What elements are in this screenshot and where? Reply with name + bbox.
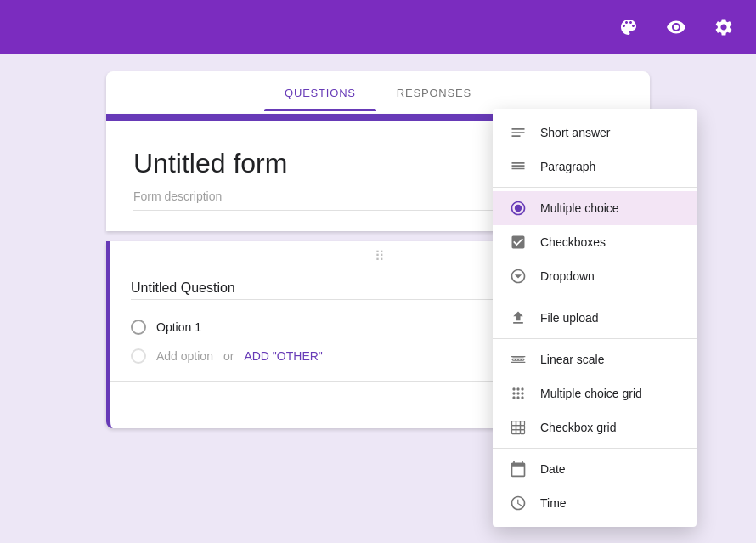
divider-3 [493, 338, 697, 339]
divider-2 [493, 297, 697, 297]
tab-responses[interactable]: RESPONSES [376, 75, 492, 111]
paragraph-label: Paragraph [540, 160, 595, 173]
svg-rect-18 [521, 430, 525, 434]
time-label: Time [540, 496, 567, 510]
checkboxes-label: Checkboxes [540, 235, 606, 249]
settings-icon[interactable] [708, 12, 739, 42]
checkbox-grid-icon [510, 419, 527, 436]
multiple-choice-grid-icon [510, 385, 527, 402]
tab-questions[interactable]: QUESTIONS [264, 75, 376, 111]
menu-item-checkboxes[interactable]: Checkboxes [493, 225, 697, 259]
svg-point-4 [512, 392, 515, 394]
option-1-label: Option 1 [156, 320, 201, 334]
file-upload-icon [510, 309, 527, 326]
menu-item-paragraph[interactable]: Paragraph [493, 150, 697, 184]
paragraph-icon [510, 158, 527, 175]
svg-rect-15 [521, 426, 525, 430]
preview-icon[interactable] [661, 12, 691, 42]
short-answer-label: Short answer [540, 126, 610, 139]
linear-scale-label: Linear scale [540, 353, 605, 366]
multiple-choice-icon [510, 200, 527, 217]
svg-point-9 [521, 396, 523, 399]
menu-item-file-upload[interactable]: File upload [493, 301, 697, 335]
header [0, 0, 756, 54]
svg-point-3 [521, 387, 523, 390]
palette-icon[interactable] [613, 12, 644, 42]
add-option-text[interactable]: Add option [156, 349, 213, 363]
file-upload-label: File upload [540, 311, 599, 325]
checkbox-grid-label: Checkbox grid [540, 421, 617, 434]
svg-rect-13 [512, 426, 516, 430]
add-option-or: or [223, 349, 234, 363]
svg-point-1 [512, 387, 515, 390]
tabs-card: QUESTIONS RESPONSES [106, 71, 650, 114]
svg-point-6 [521, 392, 523, 394]
date-icon [510, 461, 527, 478]
svg-point-7 [512, 396, 515, 399]
divider-4 [493, 448, 697, 449]
svg-rect-14 [516, 426, 521, 430]
radio-circle [131, 320, 146, 335]
multiple-choice-grid-label: Multiple choice grid [540, 387, 642, 400]
svg-rect-17 [516, 430, 521, 434]
svg-point-8 [516, 396, 519, 399]
time-icon [510, 495, 527, 512]
date-label: Date [540, 462, 566, 476]
dropdown-menu: Short answer Paragraph Multiple choice [493, 109, 697, 527]
menu-item-date[interactable]: Date [493, 452, 697, 486]
menu-item-multiple-choice-grid[interactable]: Multiple choice grid [493, 376, 697, 410]
divider-1 [493, 187, 697, 188]
checkboxes-icon [510, 234, 527, 251]
dropdown-icon [510, 268, 527, 285]
add-other-link[interactable]: ADD "OTHER" [244, 349, 322, 363]
menu-item-dropdown[interactable]: Dropdown [493, 259, 697, 293]
svg-point-5 [516, 392, 519, 394]
menu-item-time[interactable]: Time [493, 486, 697, 520]
svg-rect-10 [512, 421, 516, 426]
svg-rect-16 [512, 430, 516, 434]
multiple-choice-label: Multiple choice [540, 201, 619, 215]
menu-item-short-answer[interactable]: Short answer [493, 116, 697, 150]
menu-item-checkbox-grid[interactable]: Checkbox grid [493, 410, 697, 444]
menu-item-linear-scale[interactable]: Linear scale [493, 342, 697, 376]
linear-scale-icon [510, 351, 527, 368]
dropdown-label: Dropdown [540, 269, 595, 283]
short-answer-icon [510, 124, 527, 141]
svg-rect-11 [516, 421, 521, 426]
svg-point-2 [516, 387, 519, 390]
add-option-radio [131, 348, 146, 364]
main-area: QUESTIONS RESPONSES Untitled form Form d… [0, 54, 756, 543]
menu-item-multiple-choice[interactable]: Multiple choice [493, 191, 697, 225]
svg-rect-12 [521, 421, 525, 426]
svg-point-0 [515, 205, 522, 212]
